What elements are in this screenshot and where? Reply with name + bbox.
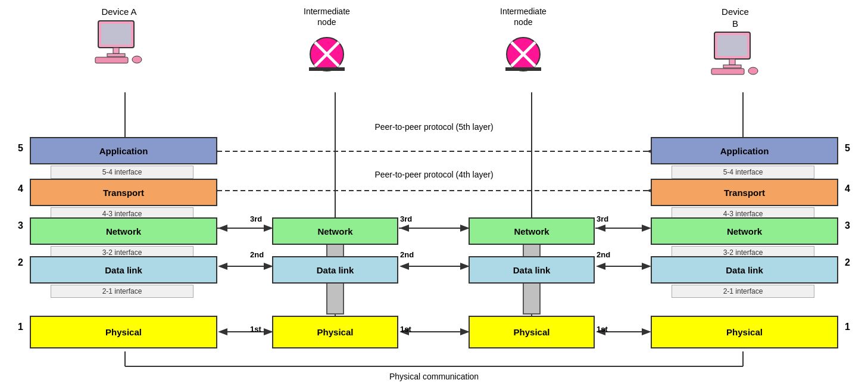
node-1-icon xyxy=(306,30,348,72)
device-a-icon xyxy=(92,18,146,66)
device-a-label: Device A xyxy=(92,6,146,68)
layer-num-5-left: 5 xyxy=(18,143,23,154)
physical-comm-label: Physical communication xyxy=(389,372,479,381)
layer-num-4-left: 4 xyxy=(18,183,23,194)
svg-rect-46 xyxy=(505,67,541,71)
layer-num-2-right: 2 xyxy=(845,257,850,268)
layer-num-2-left: 2 xyxy=(18,257,23,268)
devb-datalink: Data link xyxy=(651,256,838,284)
intermediate-node-2: Intermediatenode xyxy=(500,6,547,74)
svg-rect-28 xyxy=(101,24,131,45)
deva-physical: Physical xyxy=(30,316,217,348)
diagram: Device A DeviceB Intermediatenode xyxy=(0,0,868,386)
svg-rect-29 xyxy=(113,48,119,54)
devb-interface-54: 5-4 interface xyxy=(672,166,814,179)
node1-2nd-left: 2nd xyxy=(250,250,264,259)
node1-1st-left: 1st xyxy=(250,325,261,334)
layer-num-1-right: 1 xyxy=(845,322,850,332)
layer-num-4-right: 4 xyxy=(845,183,850,194)
node12-2nd-mid: 2nd xyxy=(400,250,414,259)
svg-rect-37 xyxy=(711,69,744,74)
devb-physical: Physical xyxy=(651,316,838,348)
devb-transport: Transport xyxy=(651,179,838,206)
node-2-icon xyxy=(502,30,544,72)
node1-datalink: Data link xyxy=(272,256,398,284)
node2b-2nd-right: 2nd xyxy=(597,250,610,259)
layer-num-3-left: 3 xyxy=(18,220,23,231)
deva-application: Application xyxy=(30,137,217,164)
node2-datalink: Data link xyxy=(469,256,595,284)
svg-rect-36 xyxy=(723,65,741,68)
node2-physical: Physical xyxy=(469,316,595,348)
node2-network: Network xyxy=(469,217,595,245)
deva-network: Network xyxy=(30,217,217,245)
deva-transport: Transport xyxy=(30,179,217,206)
device-b-icon xyxy=(708,29,762,77)
devb-interface-21: 2-1 interface xyxy=(672,285,814,298)
node12-1st-mid: 1st xyxy=(400,325,411,334)
node12-3rd-mid: 3rd xyxy=(400,214,412,223)
layer-num-5-right: 5 xyxy=(845,143,850,154)
devb-application: Application xyxy=(651,137,838,164)
node2b-1st-right: 1st xyxy=(597,325,608,334)
node1-physical: Physical xyxy=(272,316,398,348)
svg-rect-35 xyxy=(729,59,735,65)
layer-num-3-right: 3 xyxy=(845,220,850,231)
node2b-3rd-right: 3rd xyxy=(597,214,608,223)
protocol-4th-label: Peer-to-peer protocol (4th layer) xyxy=(374,170,493,179)
svg-rect-30 xyxy=(107,54,125,57)
deva-datalink: Data link xyxy=(30,256,217,284)
svg-rect-31 xyxy=(95,57,128,63)
layer-num-1-left: 1 xyxy=(18,322,23,332)
svg-rect-34 xyxy=(717,35,747,56)
protocol-5th-label: Peer-to-peer protocol (5th layer) xyxy=(374,122,493,132)
intermediate-node-1: Intermediatenode xyxy=(304,6,350,74)
devb-network: Network xyxy=(651,217,838,245)
deva-interface-54: 5-4 interface xyxy=(51,166,193,179)
deva-interface-21: 2-1 interface xyxy=(51,285,193,298)
svg-point-38 xyxy=(748,67,758,74)
svg-point-32 xyxy=(132,56,142,63)
node1-network: Network xyxy=(272,217,398,245)
svg-rect-42 xyxy=(309,67,345,71)
node1-3rd-left: 3rd xyxy=(250,214,262,223)
device-b-label: DeviceB xyxy=(708,6,762,79)
